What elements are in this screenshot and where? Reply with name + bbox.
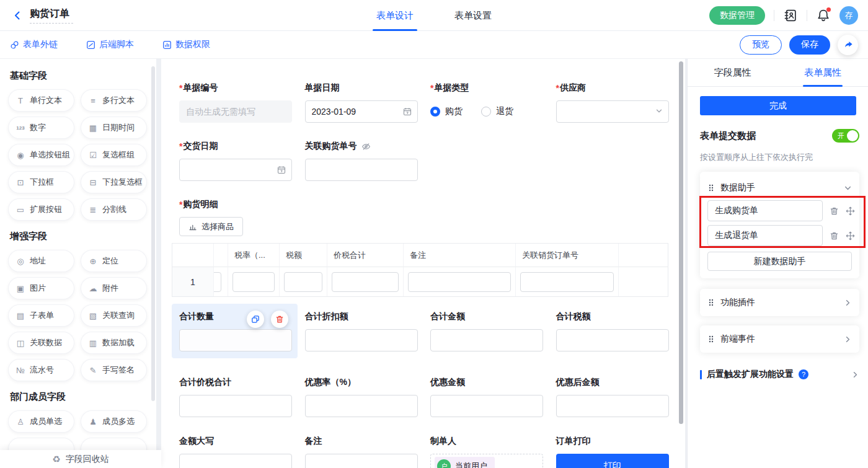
field-after-discount-amount[interactable]: 优惠后金额 — [556, 377, 682, 417]
related-no-input[interactable] — [305, 159, 418, 181]
field-discount-amount[interactable]: 优惠金额 — [430, 377, 556, 417]
field-type-member-multi[interactable]: ♟成员多选 — [81, 411, 146, 432]
related-sales-input[interactable] — [520, 272, 614, 292]
field-type-linked-query[interactable]: ▧关联查询 — [81, 305, 146, 326]
data-manage-button[interactable]: 数据管理 — [709, 6, 765, 25]
post-trigger-settings[interactable]: 后置触发扩展功能设置 ? — [700, 369, 859, 380]
radio-selected-icon[interactable] — [430, 107, 440, 117]
trash-icon[interactable] — [830, 231, 839, 241]
preview-button[interactable]: 预览 — [740, 35, 782, 55]
remark-textarea[interactable] — [305, 454, 418, 468]
drag-handle-icon[interactable] — [707, 183, 715, 192]
done-button[interactable]: 完成 — [700, 96, 856, 115]
field-type-divider[interactable]: ≣分割线 — [81, 199, 146, 220]
delivery-date-input[interactable] — [179, 159, 292, 181]
radio-option-purchase[interactable]: 购货 — [430, 106, 463, 117]
tab-form-properties[interactable]: 表单属性 — [778, 59, 868, 86]
supplier-select[interactable] — [556, 100, 669, 123]
field-type-multi-select[interactable]: ⊟下拉复选框 — [81, 172, 146, 193]
remark-input[interactable] — [408, 272, 511, 292]
copy-field-button[interactable] — [247, 311, 264, 328]
field-doc-no[interactable]: *单据编号 — [179, 82, 305, 123]
field-type-data-load[interactable]: ▥数据加载 — [81, 332, 146, 353]
discount-rate-input[interactable] — [305, 395, 418, 417]
tab-form-design[interactable]: 表单设计 — [376, 0, 414, 31]
creator-box[interactable]: 户 当前用户 — [430, 454, 543, 468]
clipped-input[interactable] — [214, 272, 221, 292]
notification-bell-icon[interactable] — [816, 8, 831, 23]
radio-unselected-icon[interactable] — [481, 107, 491, 117]
trash-icon[interactable] — [830, 206, 839, 216]
tax-amount-input[interactable] — [284, 272, 322, 292]
field-type-linked-data[interactable]: ◫关联数据 — [9, 332, 74, 353]
new-data-assistant-button[interactable]: 新建数据助手 — [707, 252, 852, 271]
help-icon[interactable]: ? — [799, 369, 808, 379]
field-related-no[interactable]: 关联购货单号 — [305, 141, 431, 181]
amount-in-words-input[interactable] — [179, 454, 292, 468]
field-supplier[interactable]: *供应商 — [556, 82, 682, 123]
field-doc-type[interactable]: *单据类型 购货 退货 — [430, 82, 556, 123]
field-type-location[interactable]: ⊕定位 — [81, 250, 146, 272]
field-total-amount[interactable]: 合计金额 — [430, 311, 556, 358]
tax-rate-input[interactable] — [232, 272, 275, 292]
field-type-datetime[interactable]: ▦日期时间 — [81, 117, 146, 138]
field-total-discount[interactable]: 合计折扣额 — [305, 311, 431, 358]
field-type-member-single[interactable]: ♙成员单选 — [9, 411, 74, 432]
select-product-button[interactable]: 选择商品 — [179, 217, 243, 236]
field-type-radio-group[interactable]: ◉单选按钮组 — [9, 144, 74, 166]
chevron-down-icon[interactable] — [844, 184, 852, 192]
tab-form-settings[interactable]: 表单设置 — [454, 0, 492, 31]
field-type-attachment[interactable]: ☁附件 — [81, 278, 146, 299]
field-type-multi-line-text[interactable]: ≡多行文本 — [81, 90, 146, 111]
tab-field-properties[interactable]: 字段属性 — [688, 59, 778, 86]
data-permission-button[interactable]: 数据权限 — [162, 39, 210, 50]
assistant-item-generate-return[interactable]: 生成退货单 — [707, 225, 823, 246]
field-type-signature[interactable]: ✎手写签名 — [81, 360, 146, 381]
total-with-tax-input[interactable] — [332, 272, 399, 292]
field-remark[interactable]: 备注 — [305, 436, 431, 468]
field-type-address[interactable]: ◎地址 — [9, 250, 74, 272]
external-link-button[interactable]: 表单外链 — [10, 39, 58, 50]
field-delivery-date[interactable]: *交货日期 — [179, 141, 305, 181]
field-type-checkbox-group[interactable]: ☑复选框组 — [81, 144, 146, 166]
canvas-scrollbar[interactable] — [679, 61, 683, 424]
share-button[interactable] — [838, 35, 858, 55]
field-total-with-tax-sum[interactable]: 合计价税合计 — [179, 377, 305, 417]
frontend-event-card[interactable]: 前端事件 — [700, 325, 859, 353]
field-type-image[interactable]: ▣图片 — [9, 278, 74, 299]
field-doc-date[interactable]: 单据日期 — [305, 82, 431, 123]
doc-date-input[interactable] — [305, 100, 418, 123]
radio-option-return[interactable]: 退货 — [481, 106, 513, 117]
field-recycle-bin[interactable]: ♻ 字段回收站 — [0, 450, 161, 468]
sidebar-scrollbar[interactable] — [151, 66, 155, 401]
drag-handle-icon[interactable] — [707, 335, 715, 343]
total-discount-input[interactable] — [305, 329, 418, 351]
total-with-tax-sum-input[interactable] — [179, 395, 292, 417]
total-quantity-input[interactable] — [179, 329, 292, 351]
field-discount-rate[interactable]: 优惠率（%） — [305, 377, 431, 417]
doc-no-input[interactable] — [179, 100, 292, 123]
field-purchase-detail[interactable]: *购货明细 选择商品 税率（... 税额 价税合计 备注 关联销货订单号 1 — [179, 199, 685, 297]
move-icon[interactable] — [846, 206, 855, 216]
field-type-subform[interactable]: ▤子表单 — [9, 305, 74, 326]
field-type-select[interactable]: ⊡下拉框 — [9, 172, 74, 193]
move-icon[interactable] — [846, 231, 855, 241]
field-type-extend-button[interactable]: ▭扩展按钮 — [9, 199, 74, 220]
print-button[interactable]: 打印 — [556, 454, 669, 468]
delete-field-button[interactable] — [271, 311, 288, 328]
assistant-item-generate-purchase[interactable]: 生成购货单 — [707, 200, 823, 221]
user-avatar[interactable]: 存 — [839, 6, 858, 25]
field-type-number[interactable]: 123数字 — [9, 117, 74, 138]
total-amount-input[interactable] — [430, 329, 543, 351]
field-amount-in-words[interactable]: 金额大写 — [179, 436, 305, 468]
submit-data-toggle[interactable]: 开 — [832, 129, 859, 143]
field-type-serial-number[interactable]: №流水号 — [9, 360, 74, 381]
discount-amount-input[interactable] — [430, 395, 543, 417]
save-button[interactable]: 保存 — [789, 35, 830, 55]
drag-handle-icon[interactable] — [707, 298, 715, 307]
after-discount-amount-input[interactable] — [556, 395, 669, 417]
field-type-single-line-text[interactable]: T单行文本 — [9, 90, 74, 111]
selected-field-total-quantity[interactable]: 合计数量 — [172, 304, 298, 358]
field-total-tax[interactable]: 合计税额 — [556, 311, 682, 358]
field-order-print[interactable]: 订单打印 打印 — [556, 436, 682, 468]
